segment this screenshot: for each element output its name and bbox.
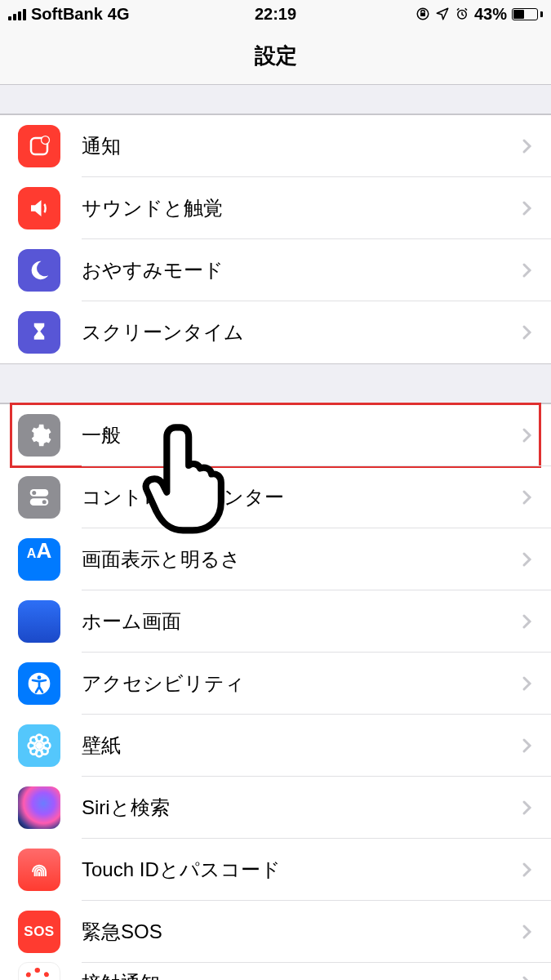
page-title: 設定 [255, 42, 297, 70]
chevron-right-icon [517, 674, 536, 693]
svg-point-10 [38, 675, 42, 679]
network-label: 4G [108, 5, 130, 24]
text-size-icon: AA [18, 538, 60, 581]
chevron-right-icon [517, 425, 536, 445]
nav-bar: 設定 [0, 28, 551, 85]
row-notifications[interactable]: 通知 [0, 115, 551, 177]
row-label: ホーム画面 [82, 608, 517, 635]
row-label: 画面表示と明るさ [82, 546, 517, 572]
sos-icon: SOS [18, 911, 60, 953]
carrier-label: SoftBank [31, 5, 103, 24]
row-label: Siriと検索 [82, 795, 517, 821]
chevron-right-icon [517, 261, 536, 280]
exposure-icon [18, 962, 60, 980]
siri-icon [18, 786, 60, 829]
battery-percent-label: 43% [474, 5, 507, 24]
settings-group-1: 通知 サウンドと触覚 おやすみモード スクリーンタイム [0, 114, 551, 364]
chevron-right-icon [517, 488, 536, 507]
row-label: コントロールセンター [82, 484, 517, 510]
alarm-icon [455, 7, 469, 21]
row-label: アクセシビリティ [82, 670, 517, 697]
row-emergency-sos[interactable]: SOS 緊急SOS [0, 901, 551, 963]
settings-group-2: 一般 コントロールセンター AA 画面表示と明るさ ホーム画面 アクセ [0, 403, 551, 980]
row-display-brightness[interactable]: AA 画面表示と明るさ [0, 528, 551, 590]
svg-point-17 [42, 737, 48, 743]
row-accessibility[interactable]: アクセシビリティ [0, 653, 551, 715]
status-bar: SoftBank 4G 22:19 43% [0, 0, 551, 28]
fingerprint-icon [18, 849, 60, 891]
chevron-right-icon [517, 198, 536, 218]
row-siri-search[interactable]: Siriと検索 [0, 777, 551, 839]
row-general[interactable]: 一般 [0, 404, 551, 466]
row-label: 壁紙 [82, 733, 517, 759]
row-exposure-notification[interactable]: 接触通知 [0, 963, 551, 980]
svg-rect-1 [420, 13, 425, 17]
svg-point-16 [30, 737, 37, 743]
chevron-right-icon [517, 612, 536, 631]
row-wallpaper[interactable]: 壁紙 [0, 715, 551, 777]
toggles-icon [18, 476, 60, 519]
chevron-right-icon [517, 323, 536, 342]
row-label: Touch IDとパスコード [82, 857, 517, 883]
moon-icon [18, 249, 60, 292]
row-label: サウンドと触覚 [82, 195, 517, 221]
signal-icon [8, 7, 26, 20]
section-gap [0, 85, 551, 114]
battery-icon [512, 8, 543, 20]
svg-point-4 [42, 136, 50, 145]
gear-icon [18, 414, 60, 457]
chevron-right-icon [517, 922, 536, 942]
row-label: おやすみモード [82, 257, 517, 283]
clock-label: 22:19 [255, 5, 296, 24]
chevron-right-icon [517, 860, 536, 880]
svg-point-18 [30, 748, 37, 755]
svg-point-6 [32, 491, 36, 495]
row-label: 接触通知 [82, 970, 517, 980]
location-icon [435, 7, 450, 21]
notifications-icon [18, 125, 60, 167]
chevron-right-icon [517, 736, 536, 755]
section-gap [0, 364, 551, 403]
sounds-icon [18, 187, 60, 229]
chevron-right-icon [517, 973, 536, 980]
row-control-center[interactable]: コントロールセンター [0, 466, 551, 528]
orientation-lock-icon [415, 7, 430, 21]
status-left: SoftBank 4G [8, 5, 129, 24]
svg-point-8 [42, 500, 47, 504]
row-home-screen[interactable]: ホーム画面 [0, 590, 551, 653]
row-label: 通知 [82, 133, 517, 159]
row-do-not-disturb[interactable]: おやすみモード [0, 239, 551, 301]
chevron-right-icon [517, 550, 536, 569]
svg-point-19 [42, 748, 48, 755]
row-label: スクリーンタイム [82, 319, 517, 345]
chevron-right-icon [517, 136, 536, 156]
row-screen-time[interactable]: スクリーンタイム [0, 301, 551, 363]
row-label: 一般 [82, 422, 517, 448]
accessibility-icon [18, 662, 60, 705]
row-sounds[interactable]: サウンドと触覚 [0, 177, 551, 239]
svg-point-11 [36, 742, 42, 749]
hourglass-icon [18, 311, 60, 354]
flower-icon [18, 724, 60, 767]
row-label: 緊急SOS [82, 919, 517, 945]
status-right: 43% [415, 5, 543, 24]
row-touch-id-passcode[interactable]: Touch IDとパスコード [0, 839, 551, 901]
home-grid-icon [18, 600, 60, 643]
chevron-right-icon [517, 798, 536, 817]
